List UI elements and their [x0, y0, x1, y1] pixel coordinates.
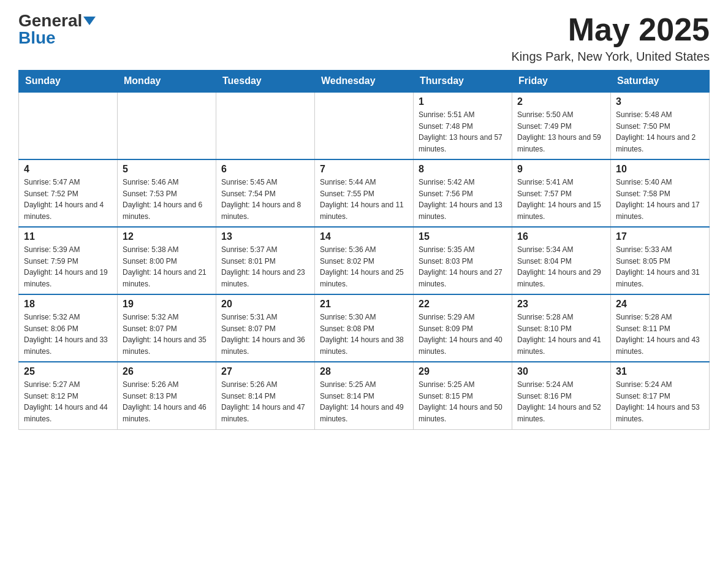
day-number: 23 — [517, 299, 605, 310]
day-number: 5 — [123, 164, 211, 175]
calendar-cell: 9Sunrise: 5:41 AM Sunset: 7:57 PM Daylig… — [512, 159, 611, 227]
calendar-cell: 2Sunrise: 5:50 AM Sunset: 7:49 PM Daylig… — [512, 92, 611, 159]
calendar-cell: 7Sunrise: 5:44 AM Sunset: 7:55 PM Daylig… — [315, 159, 414, 227]
calendar-day-header: Monday — [118, 71, 216, 93]
sun-info: Sunrise: 5:40 AM Sunset: 7:58 PM Dayligh… — [616, 177, 704, 222]
calendar-cell: 30Sunrise: 5:24 AM Sunset: 8:16 PM Dayli… — [512, 362, 611, 429]
day-number: 28 — [320, 366, 408, 377]
calendar-week-row: 1Sunrise: 5:51 AM Sunset: 7:48 PM Daylig… — [19, 92, 710, 159]
calendar-cell — [19, 92, 118, 159]
sun-info: Sunrise: 5:32 AM Sunset: 8:07 PM Dayligh… — [123, 312, 211, 357]
calendar-cell: 15Sunrise: 5:35 AM Sunset: 8:03 PM Dayli… — [414, 227, 512, 294]
day-number: 19 — [123, 299, 211, 310]
calendar-cell: 17Sunrise: 5:33 AM Sunset: 8:05 PM Dayli… — [611, 227, 710, 294]
day-number: 14 — [320, 231, 408, 242]
sun-info: Sunrise: 5:51 AM Sunset: 7:48 PM Dayligh… — [419, 109, 507, 155]
day-number: 12 — [123, 231, 211, 242]
calendar-cell: 27Sunrise: 5:26 AM Sunset: 8:14 PM Dayli… — [216, 362, 315, 429]
sun-info: Sunrise: 5:35 AM Sunset: 8:03 PM Dayligh… — [419, 244, 507, 289]
day-number: 6 — [221, 164, 309, 175]
calendar-cell: 28Sunrise: 5:25 AM Sunset: 8:14 PM Dayli… — [315, 362, 414, 429]
sun-info: Sunrise: 5:26 AM Sunset: 8:13 PM Dayligh… — [123, 379, 211, 424]
sun-info: Sunrise: 5:24 AM Sunset: 8:17 PM Dayligh… — [616, 379, 704, 424]
sun-info: Sunrise: 5:25 AM Sunset: 8:14 PM Dayligh… — [320, 379, 408, 424]
calendar-day-header: Thursday — [414, 71, 512, 93]
sun-info: Sunrise: 5:36 AM Sunset: 8:02 PM Dayligh… — [320, 244, 408, 289]
day-number: 3 — [616, 96, 704, 107]
sun-info: Sunrise: 5:46 AM Sunset: 7:53 PM Dayligh… — [123, 177, 211, 222]
day-number: 24 — [616, 299, 704, 310]
sun-info: Sunrise: 5:50 AM Sunset: 7:49 PM Dayligh… — [517, 109, 605, 155]
sun-info: Sunrise: 5:33 AM Sunset: 8:05 PM Dayligh… — [616, 244, 704, 289]
calendar-cell: 10Sunrise: 5:40 AM Sunset: 7:58 PM Dayli… — [611, 159, 710, 227]
calendar-cell: 18Sunrise: 5:32 AM Sunset: 8:06 PM Dayli… — [19, 294, 118, 362]
logo-general-text: General — [18, 12, 82, 29]
calendar-cell: 24Sunrise: 5:28 AM Sunset: 8:11 PM Dayli… — [611, 294, 710, 362]
calendar-cell: 29Sunrise: 5:25 AM Sunset: 8:15 PM Dayli… — [414, 362, 512, 429]
day-number: 29 — [419, 366, 507, 377]
logo-blue-text: Blue — [18, 29, 56, 47]
sun-info: Sunrise: 5:47 AM Sunset: 7:52 PM Dayligh… — [24, 177, 112, 222]
calendar-cell — [118, 92, 216, 159]
calendar-header-row: SundayMondayTuesdayWednesdayThursdayFrid… — [19, 71, 710, 93]
calendar-cell: 12Sunrise: 5:38 AM Sunset: 8:00 PM Dayli… — [118, 227, 216, 294]
calendar-cell: 8Sunrise: 5:42 AM Sunset: 7:56 PM Daylig… — [414, 159, 512, 227]
sun-info: Sunrise: 5:25 AM Sunset: 8:15 PM Dayligh… — [419, 379, 507, 424]
day-number: 4 — [24, 164, 112, 175]
sun-info: Sunrise: 5:39 AM Sunset: 7:59 PM Dayligh… — [24, 244, 112, 289]
calendar-cell: 5Sunrise: 5:46 AM Sunset: 7:53 PM Daylig… — [118, 159, 216, 227]
calendar-day-header: Friday — [512, 71, 611, 93]
calendar-day-header: Tuesday — [216, 71, 315, 93]
calendar-cell: 20Sunrise: 5:31 AM Sunset: 8:07 PM Dayli… — [216, 294, 315, 362]
calendar-week-row: 4Sunrise: 5:47 AM Sunset: 7:52 PM Daylig… — [19, 159, 710, 227]
calendar-cell: 14Sunrise: 5:36 AM Sunset: 8:02 PM Dayli… — [315, 227, 414, 294]
calendar-cell: 13Sunrise: 5:37 AM Sunset: 8:01 PM Dayli… — [216, 227, 315, 294]
calendar-day-header: Sunday — [19, 71, 118, 93]
calendar-day-header: Wednesday — [315, 71, 414, 93]
day-number: 25 — [24, 366, 112, 377]
sun-info: Sunrise: 5:26 AM Sunset: 8:14 PM Dayligh… — [221, 379, 309, 424]
sun-info: Sunrise: 5:24 AM Sunset: 8:16 PM Dayligh… — [517, 379, 605, 424]
day-number: 8 — [419, 164, 507, 175]
sun-info: Sunrise: 5:32 AM Sunset: 8:06 PM Dayligh… — [24, 312, 112, 357]
calendar-cell — [216, 92, 315, 159]
calendar-cell: 3Sunrise: 5:48 AM Sunset: 7:50 PM Daylig… — [611, 92, 710, 159]
sun-info: Sunrise: 5:48 AM Sunset: 7:50 PM Dayligh… — [616, 109, 704, 155]
sun-info: Sunrise: 5:34 AM Sunset: 8:04 PM Dayligh… — [517, 244, 605, 289]
sun-info: Sunrise: 5:45 AM Sunset: 7:54 PM Dayligh… — [221, 177, 309, 222]
day-number: 17 — [616, 231, 704, 242]
day-number: 31 — [616, 366, 704, 377]
calendar-cell: 23Sunrise: 5:28 AM Sunset: 8:10 PM Dayli… — [512, 294, 611, 362]
sun-info: Sunrise: 5:31 AM Sunset: 8:07 PM Dayligh… — [221, 312, 309, 357]
calendar-week-row: 11Sunrise: 5:39 AM Sunset: 7:59 PM Dayli… — [19, 227, 710, 294]
sun-info: Sunrise: 5:27 AM Sunset: 8:12 PM Dayligh… — [24, 379, 112, 424]
title-block: May 2025 Kings Park, New York, United St… — [512, 12, 710, 64]
day-number: 2 — [517, 96, 605, 107]
logo-triangle-icon — [83, 17, 96, 25]
calendar-cell: 16Sunrise: 5:34 AM Sunset: 8:04 PM Dayli… — [512, 227, 611, 294]
calendar-cell: 31Sunrise: 5:24 AM Sunset: 8:17 PM Dayli… — [611, 362, 710, 429]
day-number: 9 — [517, 164, 605, 175]
calendar-cell: 22Sunrise: 5:29 AM Sunset: 8:09 PM Dayli… — [414, 294, 512, 362]
calendar-cell: 25Sunrise: 5:27 AM Sunset: 8:12 PM Dayli… — [19, 362, 118, 429]
day-number: 16 — [517, 231, 605, 242]
calendar-week-row: 25Sunrise: 5:27 AM Sunset: 8:12 PM Dayli… — [19, 362, 710, 429]
day-number: 26 — [123, 366, 211, 377]
day-number: 1 — [419, 96, 507, 107]
day-number: 18 — [24, 299, 112, 310]
calendar-week-row: 18Sunrise: 5:32 AM Sunset: 8:06 PM Dayli… — [19, 294, 710, 362]
calendar-table: SundayMondayTuesdayWednesdayThursdayFrid… — [18, 70, 710, 430]
calendar-cell: 1Sunrise: 5:51 AM Sunset: 7:48 PM Daylig… — [414, 92, 512, 159]
day-number: 7 — [320, 164, 408, 175]
calendar-cell: 19Sunrise: 5:32 AM Sunset: 8:07 PM Dayli… — [118, 294, 216, 362]
sun-info: Sunrise: 5:37 AM Sunset: 8:01 PM Dayligh… — [221, 244, 309, 289]
page-header: General Blue May 2025 Kings Park, New Yo… — [18, 12, 710, 64]
day-number: 21 — [320, 299, 408, 310]
day-number: 20 — [221, 299, 309, 310]
sun-info: Sunrise: 5:28 AM Sunset: 8:11 PM Dayligh… — [616, 312, 704, 357]
calendar-day-header: Saturday — [611, 71, 710, 93]
calendar-cell: 6Sunrise: 5:45 AM Sunset: 7:54 PM Daylig… — [216, 159, 315, 227]
calendar-cell: 11Sunrise: 5:39 AM Sunset: 7:59 PM Dayli… — [19, 227, 118, 294]
calendar-cell: 4Sunrise: 5:47 AM Sunset: 7:52 PM Daylig… — [19, 159, 118, 227]
day-number: 15 — [419, 231, 507, 242]
